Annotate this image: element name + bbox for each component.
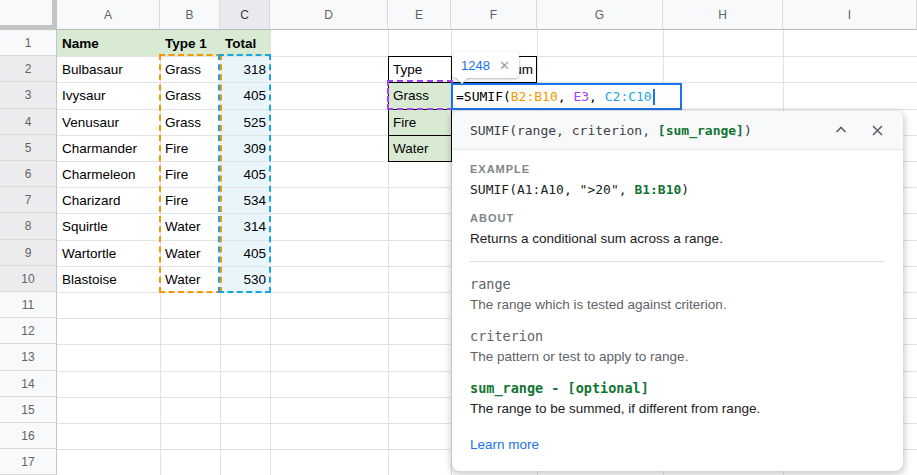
param-description: The range to be summed, if different fro… xyxy=(470,400,885,418)
row-header-4[interactable]: 4 xyxy=(0,109,57,135)
param-name: criterion xyxy=(470,328,885,344)
formula-token: B2:B10 xyxy=(511,89,558,104)
chip-pointer xyxy=(456,77,468,84)
row-header-12[interactable]: 12 xyxy=(0,318,57,344)
formula-token: , xyxy=(558,89,574,104)
column-header-C[interactable]: C xyxy=(220,0,270,30)
row-header-5[interactable]: 5 xyxy=(0,135,57,161)
formula-result-value: 1248 xyxy=(461,58,490,73)
formula-token: C2:C10 xyxy=(605,89,652,104)
formula-result-preview: 1248 ✕ xyxy=(452,52,519,78)
row-header-3[interactable]: 3 xyxy=(0,82,57,109)
row-header-9[interactable]: 9 xyxy=(0,240,57,266)
cell-A4[interactable]: Venusaur xyxy=(62,110,158,136)
active-reference-E3 xyxy=(387,80,453,110)
text-cursor xyxy=(653,89,655,105)
function-signature: SUMIF(range, criterion, [sum_range]) xyxy=(470,123,815,138)
formula-token: =SUMIF( xyxy=(456,89,511,104)
column-header-F[interactable]: F xyxy=(451,0,537,30)
row-header-11[interactable]: 11 xyxy=(0,292,57,318)
popup-header: SUMIF(range, criterion, [sum_range]) xyxy=(452,111,903,150)
row-header-7[interactable]: 7 xyxy=(0,187,57,213)
formula-input[interactable]: =SUMIF(B2:B10, E3, C2:C10 xyxy=(451,83,682,110)
cell-A10[interactable]: Blastoise xyxy=(62,267,158,293)
param-name: range xyxy=(470,276,885,292)
column-header-D[interactable]: D xyxy=(270,0,388,30)
cell-A7[interactable]: Charizard xyxy=(62,188,158,214)
row-header-17[interactable]: 17 xyxy=(0,449,57,475)
row-header-10[interactable]: 10 xyxy=(0,266,57,292)
column-header-H[interactable]: H xyxy=(663,0,783,30)
cell-E4[interactable]: Fire xyxy=(393,110,448,136)
row-header-13[interactable]: 13 xyxy=(0,344,57,371)
about-label: ABOUT xyxy=(470,212,885,224)
example-label: EXAMPLE xyxy=(470,163,885,175)
row-header-14[interactable]: 14 xyxy=(0,371,57,397)
cell-A1[interactable]: Name xyxy=(62,31,157,57)
range-border-B2-B10 xyxy=(159,54,222,293)
row-header-16[interactable]: 16 xyxy=(0,423,57,449)
row-header-8[interactable]: 8 xyxy=(0,213,57,240)
column-header-G[interactable]: G xyxy=(537,0,663,30)
formula-token: E3 xyxy=(573,89,589,104)
cell-A6[interactable]: Charmeleon xyxy=(62,162,158,188)
divider xyxy=(470,261,885,262)
row-header-2[interactable]: 2 xyxy=(0,56,57,82)
row-header-6[interactable]: 6 xyxy=(0,161,57,187)
cell-E5[interactable]: Water xyxy=(393,136,448,162)
spreadsheet-app: ABCDEFGHI1234567891011121314151617NameTy… xyxy=(0,0,917,475)
formula-token: , xyxy=(589,89,605,104)
column-header-A[interactable]: A xyxy=(57,0,160,30)
select-all-corner[interactable] xyxy=(0,0,57,30)
close-icon[interactable]: ✕ xyxy=(499,58,510,73)
cell-A3[interactable]: Ivysaur xyxy=(62,83,158,109)
range-border-C2-C10 xyxy=(218,54,271,293)
param-description: The pattern or test to apply to range. xyxy=(470,348,885,366)
example-code: SUMIF(A1:A10, ">20", B1:B10) xyxy=(470,182,885,197)
cell-A9[interactable]: Wartortle xyxy=(62,241,158,267)
close-icon[interactable] xyxy=(867,120,887,140)
column-header-E[interactable]: E xyxy=(388,0,451,30)
formula-text: =SUMIF(B2:B10, E3, C2:C10 xyxy=(456,89,652,104)
cell-A2[interactable]: Bulbasaur xyxy=(62,57,158,83)
param-name: sum_range - [optional] xyxy=(470,380,885,396)
column-header-I[interactable]: I xyxy=(783,0,917,30)
column-header-B[interactable]: B xyxy=(160,0,220,30)
row-header-15[interactable]: 15 xyxy=(0,397,57,423)
cell-A8[interactable]: Squirtle xyxy=(62,214,158,240)
row-header-1[interactable]: 1 xyxy=(0,30,57,56)
cell-A5[interactable]: Charmander xyxy=(62,136,158,162)
function-help-popup: SUMIF(range, criterion, [sum_range]) EXA… xyxy=(452,111,903,471)
param-description: The range which is tested against criter… xyxy=(470,296,885,314)
about-text: Returns a conditional sum across a range… xyxy=(470,230,885,248)
learn-more-link[interactable]: Learn more xyxy=(470,437,539,452)
collapse-icon[interactable] xyxy=(831,120,851,140)
popup-body: EXAMPLE SUMIF(A1:A10, ">20", B1:B10) ABO… xyxy=(452,150,903,453)
